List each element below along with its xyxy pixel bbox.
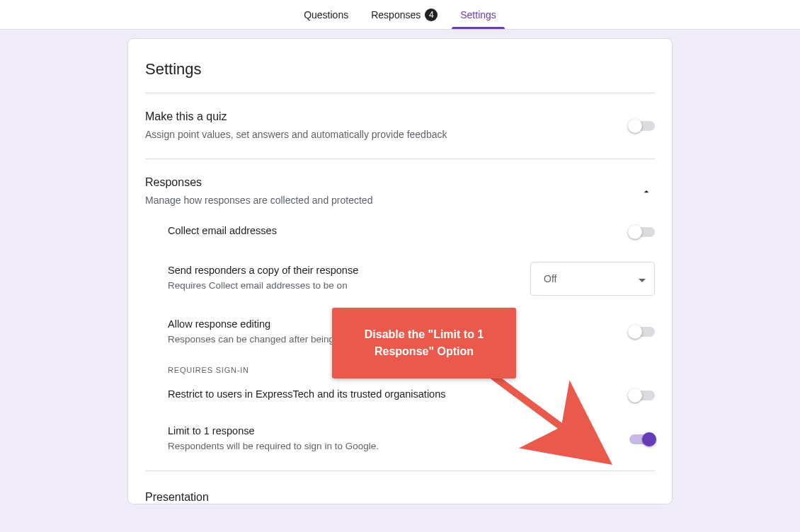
tab-questions[interactable]: Questions — [292, 0, 360, 29]
tab-settings-label: Settings — [460, 9, 496, 21]
tab-settings[interactable]: Settings — [449, 0, 508, 29]
tab-bar: Questions Responses 4 Settings — [0, 0, 800, 30]
panel-title: Settings — [128, 56, 672, 93]
allow-edit-toggle[interactable] — [629, 327, 655, 337]
limit-desc: Respondents will be required to sign in … — [168, 439, 618, 453]
responses-count-badge: 4 — [425, 8, 438, 21]
responses-heading: Responses — [145, 176, 627, 189]
limit-heading: Limit to 1 response — [168, 425, 618, 436]
collect-email-heading: Collect email addresses — [168, 225, 618, 236]
settings-panel: Settings Make this a quiz Assign point v… — [127, 38, 673, 504]
restrict-heading: Restrict to users in ExpressTech and its… — [168, 388, 618, 400]
send-copy-desc: Requires Collect email addresses to be o… — [168, 279, 519, 293]
quiz-desc: Assign point values, set answers and aut… — [145, 127, 618, 141]
annotation-callout: Disable the "Limit to 1 Response" Option — [332, 308, 516, 378]
quiz-toggle[interactable] — [629, 121, 655, 131]
tab-responses[interactable]: Responses 4 — [360, 0, 449, 29]
dropdown-caret-icon — [639, 273, 646, 284]
tab-responses-label: Responses — [371, 9, 421, 21]
collect-email-toggle[interactable] — [629, 227, 655, 237]
quiz-heading: Make this a quiz — [145, 110, 618, 123]
send-copy-heading: Send responders a copy of their response — [168, 265, 519, 276]
tab-questions-label: Questions — [304, 9, 348, 21]
responses-desc: Manage how responses are collected and p… — [145, 193, 627, 207]
send-copy-select[interactable]: Off — [530, 262, 655, 296]
send-copy-value: Off — [544, 273, 556, 284]
restrict-toggle[interactable] — [629, 391, 655, 400]
chevron-up-icon[interactable] — [638, 183, 655, 200]
presentation-heading: Presentation — [128, 471, 672, 504]
limit-toggle[interactable] — [629, 434, 655, 444]
